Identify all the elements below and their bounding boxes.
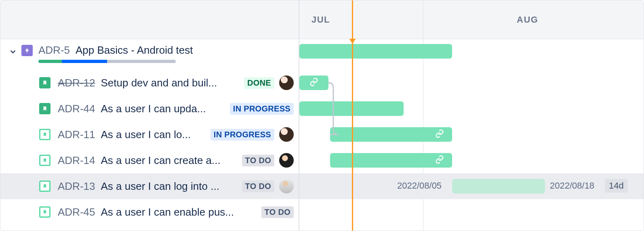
timeline-rows: 2022/08/052022/08/1814d: [299, 39, 644, 231]
timeline-row: 2022/08/052022/08/1814d: [299, 173, 644, 199]
issue-key[interactable]: ADR-11: [58, 128, 95, 141]
story-icon: [39, 155, 51, 166]
issue-key[interactable]: ADR-14: [58, 154, 95, 167]
story-icon: [39, 206, 51, 218]
issue-summary[interactable]: Setup dev and and buil...: [101, 77, 217, 89]
epic-progress-bar: [38, 60, 176, 63]
link-icon[interactable]: [435, 155, 444, 166]
status-badge[interactable]: TO DO: [242, 181, 274, 192]
issue-row[interactable]: ADR-45As a user I can enable pus...TO DO: [0, 199, 299, 225]
month-label: JUL: [311, 15, 330, 25]
story-icon: [39, 129, 51, 140]
link-icon[interactable]: [309, 78, 318, 88]
roadmap-view: ADR-5 App Basics - Android test ADR-12Se…: [0, 0, 644, 231]
issue-row[interactable]: ADR-13As a user I can log into ...TO DO: [0, 173, 299, 199]
status-badge[interactable]: DONE: [244, 77, 274, 89]
avatar[interactable]: [279, 179, 294, 193]
issue-bar[interactable]: [330, 153, 452, 168]
timeline-row: [299, 122, 644, 147]
status-badge[interactable]: TO DO: [261, 206, 294, 218]
issue-row[interactable]: ADR-12Setup dev and and buil...DONE: [0, 70, 299, 96]
timeline-header: JUL AUG: [299, 0, 644, 39]
issue-bar[interactable]: [299, 101, 404, 116]
issue-summary[interactable]: As a user I can create a...: [101, 154, 220, 167]
issue-key[interactable]: ADR-12: [58, 77, 95, 89]
story-icon: [39, 103, 51, 114]
issue-row[interactable]: ADR-44As a user I can upda...IN PROGRESS: [0, 96, 299, 122]
issue-rows: ADR-5 App Basics - Android test ADR-12Se…: [0, 39, 299, 231]
bar-duration: 14d: [605, 179, 628, 193]
issue-row[interactable]: ADR-11As a user I can lo...IN PROGRESS: [0, 122, 299, 147]
status-badge[interactable]: IN PROGRESS: [230, 103, 294, 115]
epic-row[interactable]: ADR-5 App Basics - Android test: [0, 39, 299, 70]
issue-summary[interactable]: App Basics - Android test: [76, 44, 193, 57]
issue-summary[interactable]: As a user I can lo...: [101, 128, 191, 141]
issue-summary[interactable]: As a user I can upda...: [101, 103, 206, 115]
issue-bar[interactable]: [299, 76, 328, 90]
link-icon[interactable]: [435, 129, 444, 140]
today-marker-line: [352, 0, 353, 231]
timeline-row: [299, 70, 644, 96]
issue-list-panel: ADR-5 App Basics - Android test ADR-12Se…: [0, 0, 299, 231]
story-icon: [39, 181, 51, 192]
issue-key[interactable]: ADR-13: [58, 180, 95, 193]
epic-icon: [21, 45, 33, 56]
bar-start-date: 2022/08/05: [397, 181, 442, 191]
avatar[interactable]: [279, 153, 294, 168]
today-marker-icon: [349, 39, 356, 44]
timeline-row: [299, 147, 644, 173]
issue-bar[interactable]: [452, 179, 545, 193]
avatar[interactable]: [279, 127, 294, 142]
issue-list-header: [0, 0, 299, 39]
issue-key[interactable]: ADR-44: [58, 103, 95, 115]
bar-end-date: 2022/08/18: [550, 181, 594, 191]
chevron-down-icon[interactable]: [8, 47, 17, 56]
timeline-panel[interactable]: JUL AUG 2022/08/052022/08/1814d: [299, 0, 644, 231]
timeline-row: [299, 96, 644, 122]
status-badge[interactable]: IN PROGRESS: [210, 129, 274, 141]
avatar[interactable]: [279, 76, 294, 90]
status-badge[interactable]: TO DO: [242, 155, 274, 166]
issue-row[interactable]: ADR-14As a user I can create a...TO DO: [0, 147, 299, 173]
issue-bar[interactable]: [330, 127, 452, 142]
issue-key[interactable]: ADR-45: [58, 206, 95, 218]
issue-summary[interactable]: As a user I can enable pus...: [101, 206, 234, 218]
story-icon: [39, 77, 51, 88]
issue-summary[interactable]: As a user I can log into ...: [101, 180, 219, 193]
month-label: AUG: [517, 15, 538, 25]
timeline-row: [299, 199, 644, 225]
epic-bar[interactable]: [299, 44, 452, 59]
timeline-row: [299, 39, 644, 70]
issue-key[interactable]: ADR-5: [38, 44, 70, 57]
